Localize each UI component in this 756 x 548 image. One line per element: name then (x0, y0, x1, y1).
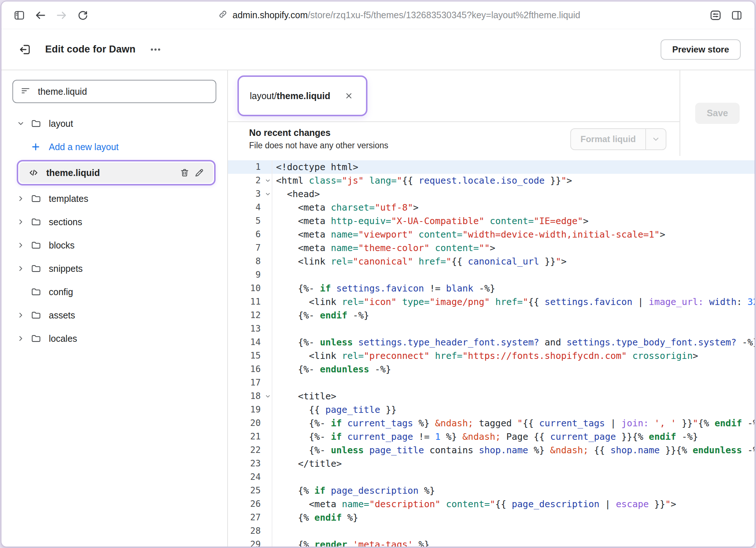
line-number: 27 (228, 511, 272, 524)
code-line[interactable]: 28 (228, 524, 755, 538)
chevron-right-icon[interactable] (17, 241, 31, 249)
action-label: Add a new layout (49, 142, 119, 152)
chevron-right-icon[interactable] (17, 195, 31, 203)
link-icon (218, 9, 228, 21)
sidebar-item-snippets[interactable]: snippets (11, 257, 218, 280)
extensions-icon[interactable] (706, 6, 725, 24)
code-line-content: {{ page_title }} (272, 403, 397, 416)
tab-theme-liquid[interactable]: layout/theme.liquid (237, 75, 367, 116)
code-line[interactable]: 4 <meta charset="utf-8"> (228, 201, 755, 214)
sidebar-item-blocks[interactable]: blocks (11, 234, 218, 257)
add-new-layout-button[interactable]: Add a new layout (11, 135, 218, 158)
more-actions-icon[interactable] (146, 42, 165, 57)
code-line[interactable]: 3 <head> (228, 187, 755, 201)
code-line[interactable]: 11 <link rel="icon" type="image/png" hre… (228, 295, 755, 309)
code-line[interactable]: 19 {{ page_title }} (228, 403, 755, 416)
line-number: 14 (228, 336, 272, 349)
split-view-icon[interactable] (728, 6, 746, 24)
code-line[interactable]: 7 <meta name="theme-color" content=""> (228, 241, 755, 255)
close-tab-icon[interactable] (343, 90, 355, 102)
code-line[interactable]: 17 (228, 376, 755, 390)
code-line[interactable]: 16 {%- endunless -%} (228, 363, 755, 376)
code-line[interactable]: 24 (228, 470, 755, 484)
code-line[interactable]: 29 {% render 'meta-tags' %} (228, 538, 755, 547)
sidebar-item-templates[interactable]: templates (11, 187, 218, 210)
panel-toggle-icon[interactable] (10, 6, 28, 24)
code-line[interactable]: 12 {%- endif -%} (228, 309, 755, 322)
code-line[interactable]: 1<!doctype html> (228, 160, 755, 174)
line-number: 25 (228, 484, 272, 497)
file-search-box[interactable] (12, 80, 216, 103)
code-line[interactable]: 21 {%- if current_page != 1 %} &ndash; P… (228, 430, 755, 443)
code-line[interactable]: 23 </title> (228, 457, 755, 470)
code-line[interactable]: 9 (228, 268, 755, 282)
url-host: admin.shopify.com (233, 10, 308, 20)
code-line-content: {% endif %} (272, 511, 358, 524)
folder-label: assets (49, 310, 75, 321)
chevron-down-icon[interactable] (17, 120, 31, 128)
code-line[interactable]: 25 {% if page_description %} (228, 484, 755, 497)
code-line[interactable]: 5 <meta http-equiv="X-UA-Compatible" con… (228, 214, 755, 228)
delete-file-icon[interactable] (177, 168, 192, 178)
code-line-content (272, 322, 276, 336)
folder-label: snippets (49, 263, 83, 274)
code-line[interactable]: 26 <meta name="description" content="{{ … (228, 497, 755, 511)
folder-label: layout (49, 118, 73, 129)
rename-file-icon[interactable] (192, 168, 206, 178)
search-input[interactable] (37, 86, 208, 97)
code-line[interactable]: 2<html class="js" lang="{{ request.local… (228, 174, 755, 187)
file-tree: layoutAdd a new layouttheme.liquidtempla… (1, 109, 227, 350)
line-number: 16 (228, 363, 272, 376)
folder-label: blocks (49, 240, 75, 251)
sidebar-item-sections[interactable]: sections (11, 210, 218, 234)
sidebar-item-config[interactable]: config (11, 280, 218, 304)
code-line-content: {%- if settings.favicon != blank -%} (272, 282, 495, 295)
code-line-content: <!doctype html> (272, 160, 358, 174)
line-number: 2 (228, 174, 272, 187)
editor-top-bar: layout/theme.liquid Save No recent chang… (228, 70, 755, 156)
line-number: 18 (228, 390, 272, 403)
sidebar-item-locales[interactable]: locales (11, 327, 218, 350)
url-bar[interactable]: admin.shopify.com/store/rzq1xu-f5/themes… (95, 9, 704, 21)
forward-icon[interactable] (52, 6, 71, 24)
folder-icon (31, 118, 43, 129)
code-editor[interactable]: 1<!doctype html>2<html class="js" lang="… (228, 156, 755, 547)
code-line[interactable]: 13 (228, 322, 755, 336)
code-line[interactable]: 22 {%- unless page_title contains shop.n… (228, 443, 755, 457)
chevron-right-icon[interactable] (17, 334, 31, 342)
exit-editor-icon[interactable] (15, 40, 35, 59)
save-button[interactable]: Save (695, 103, 740, 124)
save-area: Save (680, 70, 755, 156)
chevron-right-icon[interactable] (17, 265, 31, 273)
code-line[interactable]: 6 <meta name="viewport" content="width=d… (228, 228, 755, 241)
code-line-content: {%- unless page_title contains shop.name… (272, 443, 755, 457)
tab-label: layout/theme.liquid (250, 91, 330, 101)
line-number: 9 (228, 268, 272, 282)
tab-strip: layout/theme.liquid (228, 70, 680, 121)
sidebar-item-theme-liquid[interactable]: theme.liquid (19, 163, 213, 183)
preview-store-button[interactable]: Preview store (661, 39, 741, 60)
code-line[interactable]: 20 {%- if current_tags %} &ndash; tagged… (228, 416, 755, 430)
reload-icon[interactable] (74, 6, 92, 24)
line-number: 12 (228, 309, 272, 322)
code-line[interactable]: 15 <link rel="preconnect" href="https://… (228, 349, 755, 363)
code-line[interactable]: 8 <link rel="canonical" href="{{ canonic… (228, 255, 755, 268)
code-line[interactable]: 14 {%- unless settings.type_header_font.… (228, 336, 755, 349)
line-number: 6 (228, 228, 272, 241)
folder-icon (31, 216, 43, 227)
code-line[interactable]: 18 <title> (228, 390, 755, 403)
chevron-right-icon[interactable] (17, 311, 31, 319)
chevron-right-icon[interactable] (17, 218, 31, 226)
sidebar-item-layout[interactable]: layout (11, 112, 218, 135)
folder-icon (31, 193, 43, 204)
line-number: 26 (228, 497, 272, 511)
code-line[interactable]: 27 {% endif %} (228, 511, 755, 524)
code-line-content (272, 268, 276, 282)
sidebar-item-assets[interactable]: assets (11, 304, 218, 327)
format-liquid-button[interactable]: Format liquid (570, 128, 666, 150)
chevron-down-icon[interactable] (646, 129, 666, 149)
line-number: 15 (228, 349, 272, 363)
line-number: 24 (228, 470, 272, 484)
code-line[interactable]: 10 {%- if settings.favicon != blank -%} (228, 282, 755, 295)
back-icon[interactable] (31, 6, 50, 24)
